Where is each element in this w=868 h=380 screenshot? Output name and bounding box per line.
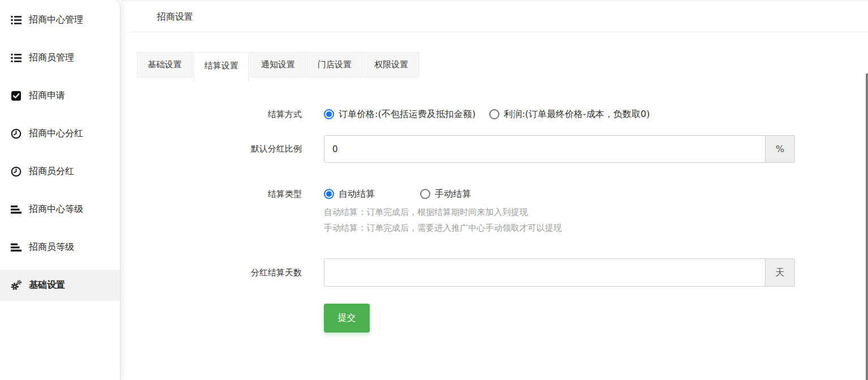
tab-settlement-settings[interactable]: 结算设置 [194, 52, 249, 81]
dividend-settlement-days-input[interactable] [324, 258, 766, 287]
radio-option-manual-settle[interactable]: 手动结算 [420, 188, 471, 200]
radio-checked-icon[interactable] [324, 109, 334, 119]
sidebar-item-merchant-center-level[interactable]: 招商中心等级 [0, 194, 120, 225]
app-screen: 招商中心管理 招商员管理 招商申请 [0, 0, 868, 380]
sidebar-item-label: 招商员管理 [29, 52, 74, 64]
levels-icon [11, 204, 22, 215]
sidebar-item-merchant-application[interactable]: 招商申请 [0, 80, 120, 111]
sidebar-item-label: 招商中心分红 [29, 128, 83, 140]
auto-settle-helper-text: 自动结算：订单完成后，根据结算期时间来加入到提现 [324, 205, 562, 219]
settlement-method-options: 订单价格:(不包括运费及抵扣金额) 利润:(订单最终价格-成本，负数取0) [324, 108, 650, 120]
sidebar-item-label: 基础设置 [29, 279, 65, 291]
vertical-scrollbar[interactable] [866, 74, 868, 380]
sidebar-item-label: 招商申请 [29, 90, 65, 102]
percent-addon: % [766, 135, 795, 163]
radio-option-auto-settle[interactable]: 自动结算 [324, 188, 375, 200]
check-square-icon [11, 90, 22, 101]
cogs-icon [11, 280, 22, 291]
default-dividend-ratio-input[interactable] [324, 135, 766, 163]
clock-icon [11, 128, 22, 139]
radio-option-label: 订单价格:(不包括运费及抵扣金额) [339, 109, 476, 120]
clock-icon [11, 166, 22, 177]
sidebar-item-merchant-staff-level[interactable]: 招商员等级 [0, 232, 120, 263]
settlement-settings-form: 结算方式 订单价格:(不包括运费及抵扣金额) 利润:(订单最终价格-成本，负数取… [121, 108, 868, 332]
radio-unchecked-icon[interactable] [489, 109, 499, 119]
sidebar-item-label: 招商员等级 [29, 241, 74, 253]
sidebar-item-basic-settings[interactable]: 基础设置 [0, 270, 120, 301]
default-dividend-ratio-row: 默认分红比例 % [121, 135, 868, 163]
radio-option-label: 手动结算 [435, 188, 471, 200]
radio-checked-icon[interactable] [324, 189, 334, 199]
settings-tab-bar: 基础设置 结算设置 通知设置 门店设置 权限设置 [137, 52, 868, 81]
sidebar-item-merchant-staff-management[interactable]: 招商员管理 [0, 42, 120, 74]
sidebar-item-merchant-center-management[interactable]: 招商中心管理 [0, 5, 120, 36]
settlement-type-row: 结算类型 自动结算 手动结算 自动结算：订单完成后，根据结算期时间来加入到提现 [121, 188, 868, 235]
submit-row: 提交 [121, 304, 868, 332]
levels-icon [11, 242, 22, 253]
list-icon [11, 15, 22, 25]
radio-option-label: 利润:(订单最终价格-成本，负数取0) [504, 109, 650, 120]
radio-option-profit[interactable]: 利润:(订单最终价格-成本，负数取0) [489, 109, 650, 120]
page-title-bar: 招商设置 [130, 2, 868, 32]
tab-store-settings[interactable]: 门店设置 [307, 52, 362, 77]
dividend-settlement-days-label: 分红结算天数 [121, 267, 302, 278]
sidebar-item-label: 招商员分红 [29, 166, 74, 178]
sidebar: 招商中心管理 招商员管理 招商申请 [0, 0, 121, 380]
radio-option-order-price[interactable]: 订单价格:(不包括运费及抵扣金额) [324, 109, 476, 120]
radio-option-label: 自动结算 [339, 188, 375, 200]
dividend-settlement-days-group: 天 [324, 258, 795, 287]
main-content: 招商设置 基础设置 结算设置 通知设置 门店设置 权限设置 结算方式 订单价格:… [121, 0, 868, 380]
radio-unchecked-icon[interactable] [420, 189, 430, 199]
default-dividend-ratio-label: 默认分红比例 [121, 144, 302, 154]
sidebar-item-label: 招商中心管理 [29, 14, 83, 26]
manual-settle-helper-text: 手动结算：订单完成后，需要进入推广中心手动领取才可以提现 [324, 221, 562, 235]
default-dividend-ratio-group: % [324, 135, 795, 163]
settlement-type-options: 自动结算 手动结算 [324, 188, 562, 200]
sidebar-item-label: 招商中心等级 [29, 204, 83, 215]
settlement-type-label: 结算类型 [121, 188, 302, 200]
settlement-type-control: 自动结算 手动结算 自动结算：订单完成后，根据结算期时间来加入到提现 手动结算：… [324, 188, 562, 235]
tab-basic-settings[interactable]: 基础设置 [137, 52, 193, 77]
tab-notification-settings[interactable]: 通知设置 [250, 52, 306, 77]
days-addon: 天 [766, 258, 795, 287]
sidebar-item-merchant-center-dividend[interactable]: 招商中心分红 [0, 118, 120, 149]
dividend-settlement-days-row: 分红结算天数 天 [121, 258, 868, 287]
list-icon [11, 53, 22, 63]
settlement-method-row: 结算方式 订单价格:(不包括运费及抵扣金额) 利润:(订单最终价格-成本，负数取… [121, 108, 868, 120]
submit-button[interactable]: 提交 [324, 304, 370, 332]
tab-permission-settings[interactable]: 权限设置 [364, 52, 419, 77]
page-title: 招商设置 [157, 11, 193, 22]
sidebar-item-merchant-staff-dividend[interactable]: 招商员分红 [0, 156, 120, 187]
settlement-method-label: 结算方式 [121, 109, 302, 120]
